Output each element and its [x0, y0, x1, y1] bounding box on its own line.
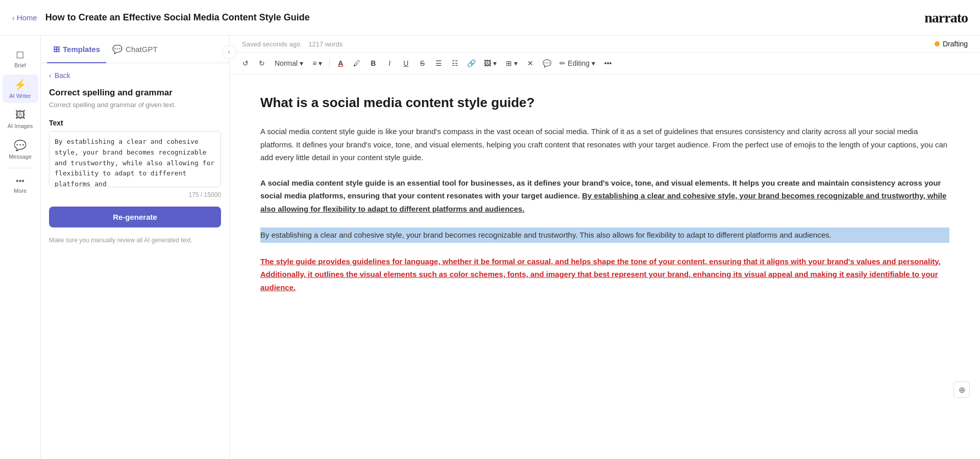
tab-templates[interactable]: ⊞ Templates	[47, 36, 106, 63]
tab-chatgpt[interactable]: 💬 ChatGPT	[106, 36, 164, 63]
image-select[interactable]: 🖼 ▾	[480, 57, 501, 69]
sidebar-item-ai-images-label: AI Images	[8, 123, 33, 129]
char-count: 175 / 15000	[49, 191, 221, 198]
sidebar-item-brief[interactable]: ◻ Brief	[3, 44, 38, 72]
doc-title: How to Create an Effective Social Media …	[45, 12, 310, 23]
table-chevron-icon: ▾	[514, 59, 518, 67]
editor-area: Saved seconds ago 1217 words Drafting ↺ …	[230, 36, 980, 459]
chatgpt-tab-icon: 💬	[112, 44, 122, 54]
templates-tab-icon: ⊞	[53, 44, 60, 54]
format-chevron-icon: ▾	[300, 59, 303, 67]
word-count: 1217 words	[308, 40, 342, 48]
logo: narrato	[924, 10, 968, 26]
align-select[interactable]: ≡ ▾	[308, 57, 326, 69]
sidebar-item-message[interactable]: 💬 Message	[3, 135, 38, 164]
editor-meta: Saved seconds ago 1217 words	[242, 40, 342, 48]
document-heading: What is a social media content style gui…	[260, 95, 949, 111]
editing-pencil-icon: ✏	[559, 59, 566, 67]
sidebar-divider	[8, 168, 33, 168]
panel-content: ‹ Back Correct spelling and grammar Corr…	[41, 63, 229, 459]
editor-content: What is a social media content style gui…	[230, 74, 980, 459]
drafting-badge[interactable]: Drafting	[935, 40, 968, 48]
home-link[interactable]: ‹ Home	[12, 13, 37, 22]
template-desc: Correct spelling and grammar of given te…	[49, 101, 221, 109]
align-chevron-icon: ▾	[318, 59, 322, 67]
bold-button[interactable]: B	[365, 56, 381, 71]
sidebar-item-more-label: More	[14, 188, 27, 194]
panel: ⊞ Templates 💬 ChatGPT ‹ ‹ Back Correct s…	[41, 36, 230, 459]
numbered-list-button[interactable]: ☷	[447, 56, 462, 71]
paragraph-2-bold: A social media content style guide is an…	[260, 176, 949, 216]
panel-collapse-button[interactable]: ‹	[222, 45, 236, 59]
underline-button[interactable]: U	[398, 56, 413, 71]
regenerate-button[interactable]: Re-generate	[49, 207, 221, 227]
text-color-button[interactable]: A	[333, 56, 348, 71]
text-input[interactable]: By establishing a clear and cohesive sty…	[49, 131, 221, 187]
panel-tabs: ⊞ Templates 💬 ChatGPT	[41, 36, 229, 63]
back-label: Back	[55, 71, 70, 80]
sidebar-item-ai-writer[interactable]: ⚡ AI Writer	[3, 74, 38, 103]
back-chevron-icon: ‹	[49, 71, 52, 80]
templates-tab-label: Templates	[63, 45, 100, 54]
message-icon: 💬	[14, 139, 27, 151]
template-title: Correct spelling and grammar	[49, 88, 221, 98]
ai-images-icon: 🖼	[15, 109, 26, 121]
main-layout: ◻ Brief ⚡ AI Writer 🖼 AI Images 💬 Messag…	[0, 36, 980, 459]
undo-button[interactable]: ↺	[238, 56, 253, 71]
table-icon: ⊞	[506, 59, 512, 67]
format-select[interactable]: Normal ▾	[271, 57, 307, 69]
paragraph-1: A social media content style guide is li…	[260, 125, 949, 164]
sidebar-item-more[interactable]: ••• More	[3, 172, 38, 198]
ai-note: Make sure you manually review all AI gen…	[49, 236, 221, 245]
brief-icon: ◻	[16, 48, 24, 60]
sidebar-item-ai-images[interactable]: 🖼 AI Images	[3, 105, 38, 133]
sidebar-item-message-label: Message	[9, 154, 32, 160]
editor-topbar: Saved seconds ago 1217 words Drafting	[230, 36, 980, 53]
editing-select[interactable]: ✏ Editing ▾	[555, 57, 599, 69]
sidebar-item-ai-writer-label: AI Writer	[9, 93, 31, 99]
home-label: Home	[17, 13, 37, 22]
align-icon: ≡	[312, 59, 316, 67]
para3-text: By establishing a clear and cohesive sty…	[260, 231, 831, 239]
table-select[interactable]: ⊞ ▾	[502, 57, 522, 69]
chevron-left-icon: ‹	[12, 14, 15, 22]
image-icon: 🖼	[484, 59, 491, 67]
format-label: Normal	[275, 59, 298, 67]
toolbar: ↺ ↻ Normal ▾ ≡ ▾ A 🖊 B I U S ☰ ☷ 🔗 🖼 ▾	[230, 53, 980, 74]
link-button[interactable]: 🔗	[463, 56, 479, 71]
saved-label: Saved seconds ago	[242, 40, 300, 48]
more-icon: •••	[16, 176, 24, 186]
redo-button[interactable]: ↻	[254, 56, 270, 71]
sidebar-item-brief-label: Brief	[14, 62, 26, 68]
paragraph-4-red-underline: The style guide provides guidelines for …	[260, 255, 949, 294]
text-field-label: Text	[49, 119, 221, 127]
para2-text: A social media content style guide is an…	[260, 178, 946, 213]
header-left: ‹ Home How to Create an Effective Social…	[12, 12, 310, 23]
editing-label: Editing	[568, 59, 590, 67]
chatgpt-tab-label: ChatGPT	[126, 45, 158, 54]
bullet-list-button[interactable]: ☰	[431, 56, 446, 71]
highlight-button[interactable]: 🖊	[349, 56, 364, 71]
add-comment-button[interactable]: ⊕	[953, 381, 970, 398]
italic-button[interactable]: I	[382, 56, 397, 71]
comment-button[interactable]: 💬	[539, 56, 554, 71]
editing-chevron-icon: ▾	[592, 59, 595, 67]
ai-writer-icon: ⚡	[14, 79, 27, 91]
back-button[interactable]: ‹ Back	[49, 71, 221, 80]
left-sidebar: ◻ Brief ⚡ AI Writer 🖼 AI Images 💬 Messag…	[0, 36, 41, 459]
strikeout-button[interactable]: ✕	[523, 56, 538, 71]
more-options-button[interactable]: •••	[600, 56, 616, 71]
strikethrough-button[interactable]: S	[414, 56, 430, 71]
image-chevron-icon: ▾	[493, 59, 497, 67]
drafting-label: Drafting	[943, 40, 968, 48]
top-header: ‹ Home How to Create an Effective Social…	[0, 0, 980, 36]
drafting-dot	[935, 41, 940, 46]
toolbar-divider-1	[329, 58, 330, 68]
paragraph-3-highlighted: By establishing a clear and cohesive sty…	[260, 227, 949, 243]
